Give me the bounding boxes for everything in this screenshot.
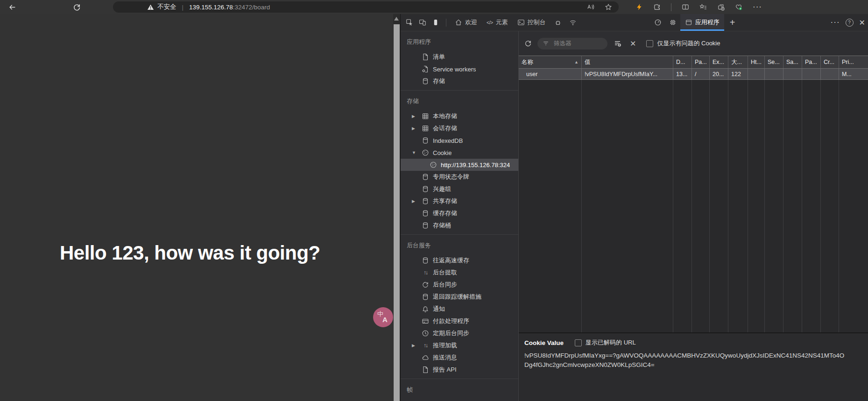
device-toolbar-icon[interactable]	[416, 16, 429, 29]
clear-filters-icon[interactable]	[614, 40, 621, 47]
sidebar-item-reporting-api[interactable]: 报告 API	[401, 364, 518, 376]
security-label[interactable]: 不安全	[157, 3, 176, 11]
cookie-filter-box[interactable]	[537, 38, 607, 49]
tab-welcome[interactable]: 欢迎	[450, 14, 482, 31]
payment-card-icon	[422, 317, 429, 325]
sidebar-item-cache-storage[interactable]: 缓存存储	[401, 207, 518, 219]
split-screen-icon[interactable]	[682, 3, 689, 11]
sidebar-item-speculative-loads[interactable]: ▶ ↑↓ 推理加载	[401, 339, 518, 352]
translate-button[interactable]: 中 A	[373, 307, 393, 327]
url-host[interactable]: 139.155.126.78	[189, 4, 233, 11]
caret-right-icon[interactable]: ▶	[412, 114, 415, 119]
item-label: 后台同步	[433, 281, 457, 289]
extensions-puzzle-icon[interactable]	[653, 3, 661, 11]
sidebar-item-service-workers[interactable]: Service workers	[401, 63, 518, 75]
column-header-expires[interactable]: Ex...	[710, 56, 728, 68]
column-header-priority[interactable]: Pri...	[839, 56, 868, 68]
sidebar-item-background-fetch[interactable]: ↑↓ 后台提取	[401, 267, 518, 279]
address-bar[interactable]: 不安全 | 139.155.126.78:32472/board	[113, 1, 619, 13]
sidebar-item-session-storage[interactable]: ▶ 会话存储	[401, 122, 518, 134]
item-label: 会话存储	[433, 124, 457, 133]
inspect-element-icon[interactable]	[403, 16, 416, 29]
clear-cookies-icon[interactable]: ✕	[630, 39, 636, 48]
sync-icon	[422, 281, 429, 288]
close-devtools-icon[interactable]: ✕	[859, 18, 865, 27]
tab-console[interactable]: 控制台	[513, 14, 550, 31]
column-header-path[interactable]: Pa...	[692, 56, 710, 68]
cookie-table-row-selected[interactable]: user !vPSU8IdYMFDrpUsfMIaY... 13... / 20…	[519, 69, 868, 80]
column-header-size[interactable]: 大...	[728, 56, 748, 68]
tab-debug-bug[interactable]	[550, 14, 565, 31]
sidebar-item-storage[interactable]: 存储	[401, 75, 518, 87]
sidebar-item-local-storage[interactable]: ▶ 本地存储	[401, 110, 518, 122]
column-header-secure[interactable]: Se...	[765, 56, 783, 68]
activity-bar-icon[interactable]	[429, 16, 442, 29]
refresh-button[interactable]	[70, 1, 83, 13]
scrollbar-up-arrow-icon[interactable]	[394, 17, 399, 21]
cell-size: 122	[728, 69, 748, 79]
sidebar-item-interest-groups[interactable]: 兴趣组	[401, 183, 518, 195]
cookie-value-title: Cookie Value	[524, 339, 564, 346]
sidebar-item-push-messaging[interactable]: 推送消息	[401, 352, 518, 364]
tab-memory[interactable]	[665, 14, 680, 31]
page-scrollbar[interactable]	[393, 14, 400, 401]
item-label: 后台提取	[433, 268, 457, 277]
cell-value: !vPSU8IdYMFDrpUsfMIaY...	[582, 69, 673, 79]
caret-right-icon[interactable]: ▶	[412, 199, 415, 204]
cookie-filter-input[interactable]	[553, 40, 601, 47]
only-problem-checkbox[interactable]	[646, 40, 653, 47]
browser-essentials-icon[interactable]	[735, 3, 742, 11]
show-decoded-checkbox[interactable]	[575, 339, 582, 346]
devtools-tabbar: 欢迎 </> 元素 控制台	[401, 14, 868, 31]
collections-add-icon[interactable]	[717, 3, 725, 11]
show-decoded-url-toggle[interactable]: 显示已解码的 URL	[575, 338, 636, 347]
column-header-name[interactable]: 名称 ▲	[519, 56, 582, 68]
lightning-extension-icon[interactable]	[635, 3, 643, 11]
tab-network[interactable]	[565, 14, 580, 31]
url-path[interactable]: :32472/board	[233, 4, 270, 11]
caret-right-icon[interactable]: ▶	[412, 343, 415, 348]
page-viewport: Hello 123, how was it going? 中 A	[0, 14, 393, 401]
sidebar-item-storage-buckets[interactable]: 存储桶	[401, 219, 518, 232]
devtools-menu-icon[interactable]: ···	[831, 18, 840, 27]
sidebar-item-shared-storage[interactable]: ▶ 共享存储	[401, 195, 518, 207]
sidebar-item-background-sync[interactable]: 后台同步	[401, 279, 518, 291]
sidebar-item-indexeddb[interactable]: IndexedDB	[401, 134, 518, 147]
sidebar-item-cookie[interactable]: ▼ Cookie	[401, 147, 518, 159]
sidebar-item-notifications[interactable]: 通知	[401, 303, 518, 315]
tab-performance[interactable]	[650, 14, 665, 31]
refresh-cookies-icon[interactable]	[524, 40, 532, 47]
caret-down-icon[interactable]: ▼	[412, 150, 416, 155]
show-decoded-label: 显示已解码的 URL	[586, 338, 636, 347]
tab-elements[interactable]: </> 元素	[482, 14, 513, 31]
tab-application[interactable]: 应用程序	[680, 14, 724, 31]
sidebar-item-back-forward-cache[interactable]: 往返高速缓存	[401, 254, 518, 267]
sidebar-item-bounce-tracking[interactable]: 退回跟踪缓解措施	[401, 291, 518, 303]
favorite-star-icon[interactable]	[605, 3, 612, 11]
sidebar-item-cookie-origin[interactable]: http://139.155.126.78:324	[401, 159, 518, 171]
back-button[interactable]	[6, 1, 19, 13]
sidebar-item-periodic-background-sync[interactable]: 定期后台同步	[401, 327, 518, 339]
settings-menu-icon[interactable]: ···	[753, 2, 762, 12]
sidebar-item-payment-handler[interactable]: 付款处理程序	[401, 315, 518, 327]
column-header-httponly[interactable]: Ht...	[748, 56, 765, 68]
sidebar-item-manifest[interactable]: 清单	[401, 51, 518, 63]
sidebar-item-private-state-tokens[interactable]: 专用状态令牌	[401, 171, 518, 183]
scrollbar-thumb[interactable]	[394, 24, 400, 401]
more-tabs-button[interactable]: +	[726, 16, 739, 29]
column-header-samesite[interactable]: Sa...	[783, 56, 802, 68]
help-icon[interactable]: ?	[846, 19, 854, 27]
read-aloud-icon[interactable]	[587, 3, 594, 11]
favorites-hub-icon[interactable]	[699, 3, 707, 11]
database-icon	[422, 173, 429, 181]
section-title: 存储	[401, 96, 518, 106]
cookie-table-empty-area[interactable]	[519, 80, 868, 332]
caret-right-icon[interactable]: ▶	[412, 126, 415, 131]
item-label: 专用状态令牌	[433, 173, 469, 181]
column-header-value[interactable]: 值	[582, 56, 673, 68]
column-header-domain[interactable]: D...	[673, 56, 692, 68]
item-label: 退回跟踪缓解措施	[433, 293, 481, 301]
only-problem-cookies-toggle[interactable]: 仅显示有问题的 Cookie	[646, 39, 720, 48]
column-header-partition[interactable]: Pa...	[802, 56, 821, 68]
column-header-crosssite[interactable]: Cr...	[821, 56, 839, 68]
